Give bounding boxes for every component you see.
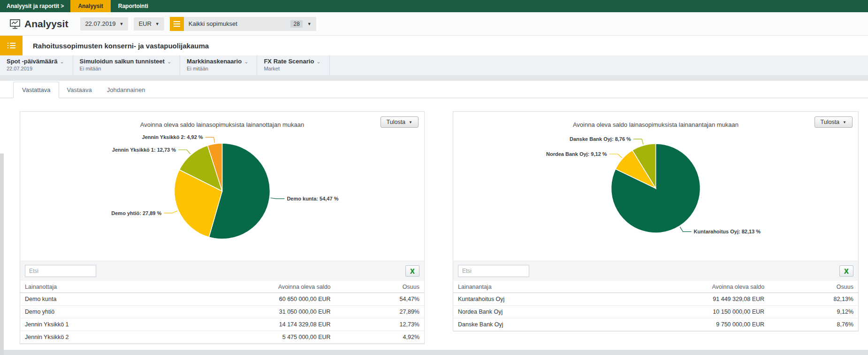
pie-label-connector [633,139,643,145]
search-input[interactable] [25,265,96,277]
filter-dropdown-3[interactable]: FX Rate Scenario⌄Market [257,55,329,75]
table-row[interactable]: Danske Bank Oyj9 750 000,00 EUR8,76% [453,318,858,331]
filter-value: Market [264,66,320,71]
table-row[interactable]: Jennin Yksikkö 25 475 000,00 EUR4,92% [20,331,424,344]
table-row[interactable]: Nordea Bank Oyj10 150 000,00 EUR9,12% [453,306,858,318]
collapsed-sidebar-gutter[interactable] [0,154,4,355]
chart-title: Avoinna oleva saldo lainasopimuksista la… [20,121,424,128]
chevron-down-icon: ▼ [155,22,160,26]
hamburger-icon[interactable] [170,17,184,31]
page-title: Analyysit [24,18,68,30]
column-header[interactable]: Avoinna oleva saldo [202,281,335,293]
search-input[interactable] [458,265,529,277]
filter-bar: Spot -päivämäärä⌄22.07.2019Simuloidun sa… [0,55,868,76]
chevron-down-icon: ⌄ [316,59,320,64]
excel-export-icon[interactable]: X [839,265,853,277]
top-nav: Analyysit ja raportit > Analyysit Raport… [0,0,868,12]
app-title-group: Analyysit [9,18,68,30]
excel-export-icon[interactable]: X [405,265,419,277]
contracts-dropdown[interactable]: Kaikki sopimukset 28 ▼ [184,17,316,31]
tab-vastaava[interactable]: Vastaava [59,82,99,98]
table-toolbar: X [453,261,858,281]
chart-monitor-icon [9,19,21,29]
pie-slice-label: Demo yhtiö: 27,89 % [111,210,161,216]
chevron-down-icon: ⌄ [167,59,171,64]
pie-label-connector [206,137,215,143]
table-toolbar: X [20,261,424,281]
borrower-table: LainanottajaAvoinna oleva saldoOsuus Dem… [20,281,424,344]
column-header[interactable]: Osuus [335,281,424,293]
chevron-down-icon: ⌄ [244,59,248,64]
report-list-button[interactable] [0,36,23,55]
chevron-down-icon: ▼ [843,120,846,124]
pie-label-connector [271,198,285,199]
lender-panel: Tulosta▼ Avoinna oleva saldo lainasopimu… [453,111,859,332]
chevron-down-icon: ⌄ [60,59,64,64]
filter-dropdown-1[interactable]: Simuloidun salkun tunnisteet⌄Ei mitään [73,55,181,75]
tab-vastattava[interactable]: Vastattava [13,82,59,98]
print-button[interactable]: Tulosta▼ [815,116,853,128]
pie-slice-label: Danske Bank Oyj: 8,76 % [570,136,631,142]
app-header: Analyysit 22.07.2019▼ EUR▼ Kaikki sopimu… [0,12,868,36]
lender-table: LainanantajaAvoinna oleva saldoOsuus Kun… [453,281,858,331]
filter-value: 22.07.2019 [7,66,64,71]
chart-title: Avoinna oleva saldo lainasopimuksista la… [453,121,858,128]
pie-label-connector [164,211,177,213]
pie-slice-label: Kuntarahoitus Oyj: 82,13 % [694,229,761,234]
sub-strip [0,76,868,81]
pie-label-connector [609,154,622,158]
filter-dropdown-0[interactable]: Spot -päivämäärä⌄22.07.2019 [0,55,73,75]
borrower-panel: Tulosta▼ Avoinna oleva saldo lainasopimu… [20,111,425,344]
list-icon [8,43,15,44]
borrower-pie-chart: Demo kunta: 54,47 %Demo yhtiö: 27,89 %Je… [20,129,424,261]
main-content: Tulosta▼ Avoinna oleva saldo lainasopimu… [0,98,868,350]
column-header[interactable]: Osuus [769,281,858,293]
tab-bar: VastattavaVastaavaJohdannainen [0,81,868,98]
bottom-strip [0,350,868,355]
nav-tab-analyysit[interactable]: Analyysit [70,0,110,12]
table-row[interactable]: Demo kunta60 650 000,00 EUR54,47% [20,293,424,306]
table-header-row: LainanantajaAvoinna oleva saldoOsuus [453,281,858,293]
table-row[interactable]: Demo yhtiö31 050 000,00 EUR27,89% [20,306,424,318]
contracts-count-badge: 28 [290,20,302,28]
currency-dropdown[interactable]: EUR▼ [134,17,164,31]
lender-pie-chart: Kuntarahoitus Oyj: 82,13 %Nordea Bank Oy… [453,129,858,261]
contracts-filter: Kaikki sopimukset 28 ▼ [170,17,316,31]
filter-value: Ei mitään [187,66,248,71]
report-title: Rahoitussopimusten konserni- ja vastapuo… [33,42,209,50]
nav-tab-raportointi[interactable]: Raportointi [111,0,156,12]
chevron-down-icon: ▼ [119,22,123,26]
chevron-down-icon: ▼ [307,22,312,26]
tab-johdannainen[interactable]: Johdannainen [99,82,153,98]
date-dropdown[interactable]: 22.07.2019▼ [80,17,128,31]
column-header[interactable]: Lainanottaja [20,281,202,293]
column-header[interactable]: Lainanantaja [453,281,635,293]
breadcrumb[interactable]: Analyysit ja raportit > [0,0,70,12]
filter-value: Ei mitään [80,66,172,71]
chevron-down-icon: ▼ [409,120,412,124]
table-header-row: LainanottajaAvoinna oleva saldoOsuus [20,281,424,293]
table-row[interactable]: Kuntarahoitus Oyj91 449 329,08 EUR82,13% [453,293,858,306]
pie-label-connector [680,227,691,232]
pie-slice-label: Jennin Yksikkö 1: 12,73 % [112,147,176,153]
pie-slice-label: Nordea Bank Oyj: 9,12 % [546,151,607,157]
pie-label-connector [178,150,190,154]
pie-slice-label: Jennin Yksikkö 2: 4,92 % [142,134,203,140]
column-header[interactable]: Avoinna oleva saldo [635,281,769,293]
print-button[interactable]: Tulosta▼ [381,116,419,128]
table-row[interactable]: Jennin Yksikkö 114 174 329,08 EUR12,73% [20,318,424,331]
filter-dropdown-2[interactable]: Markkinaskenaario⌄Ei mitään [180,55,257,75]
report-bar: Rahoitussopimusten konserni- ja vastapuo… [0,36,868,55]
pie-slice-label: Demo kunta: 54,47 % [287,196,338,201]
